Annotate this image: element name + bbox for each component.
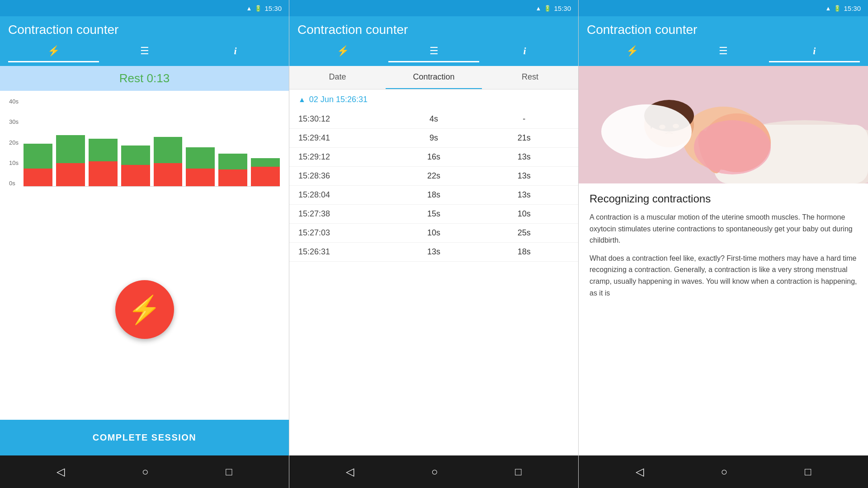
col-date[interactable]: Date <box>289 66 386 89</box>
info-title: Recognizing contractions <box>590 192 857 205</box>
row-4-rest: 13s <box>479 171 569 181</box>
home-button-2[interactable]: ○ <box>431 465 438 478</box>
tab-lightning-3[interactable]: ⚡ <box>587 42 678 61</box>
nav-bar-1: ◁ ○ □ <box>0 455 289 488</box>
row-8-rest: 18s <box>479 247 569 257</box>
signal-icon-2: ▲ <box>536 5 542 12</box>
bar-5 <box>154 98 183 186</box>
row-7-contraction: 10s <box>389 228 479 238</box>
bar-5-green <box>154 137 183 164</box>
chart-y-labels: 0s 10s 20s 30s 40s <box>9 98 22 187</box>
col-rest[interactable]: Rest <box>482 66 578 89</box>
bar-1 <box>24 98 52 186</box>
time-display-2: 15:30 <box>554 5 571 12</box>
y-label-30: 30s <box>9 118 22 125</box>
list-item: 15:29:41 9s 21s <box>289 129 578 148</box>
svg-point-12 <box>694 120 771 174</box>
bar-2-green <box>56 135 85 163</box>
panel-info: ▲ 🔋 15:30 Contraction counter ⚡ ☰ i <box>579 0 868 488</box>
back-button-1[interactable]: ◁ <box>57 465 65 478</box>
lightning-icon-3: ⚡ <box>626 45 638 57</box>
row-2-contraction: 9s <box>389 133 479 143</box>
app-title-1: Contraction counter <box>8 23 281 37</box>
row-7-date: 15:27:03 <box>298 228 389 238</box>
app-title-2: Contraction counter <box>297 23 570 37</box>
list-item: 15:30:12 4s - <box>289 110 578 129</box>
row-2-rest: 21s <box>479 133 569 143</box>
row-5-rest: 13s <box>479 190 569 200</box>
row-5-date: 15:28:04 <box>298 190 389 200</box>
app-title-3: Contraction counter <box>587 23 860 37</box>
bar-4-green <box>121 145 150 165</box>
bar-2 <box>56 98 85 186</box>
tab-info-1[interactable]: i <box>190 42 281 61</box>
bar-6-red <box>186 169 215 186</box>
list-icon-1: ☰ <box>140 45 149 57</box>
status-bar-2: ▲ 🔋 15:30 <box>289 0 578 16</box>
list-item: 15:26:31 13s 18s <box>289 243 578 262</box>
row-4-date: 15:28:36 <box>298 171 389 181</box>
tab-info-3[interactable]: i <box>769 42 860 61</box>
info-icon-3: i <box>813 45 816 57</box>
status-icons-3: ▲ 🔋 15:30 <box>826 5 861 12</box>
recent-button-1[interactable]: □ <box>226 465 232 478</box>
list-icon-2: ☰ <box>429 45 439 57</box>
bar-4 <box>121 98 150 186</box>
battery-icon-1: 🔋 <box>255 5 262 12</box>
tab-list-1[interactable]: ☰ <box>99 42 190 61</box>
info-content: Recognizing contractions A contraction i… <box>579 183 868 455</box>
signal-icon-3: ▲ <box>826 5 831 12</box>
recent-button-3[interactable]: □ <box>805 465 811 478</box>
date-group-label: 02 Jun 15:26:31 <box>309 95 368 104</box>
tab-lightning-1[interactable]: ⚡ <box>8 42 99 61</box>
row-7-rest: 25s <box>479 228 569 238</box>
tab-bar-3: ⚡ ☰ i <box>587 42 860 62</box>
complete-session-button[interactable]: COMPLETE SESSION <box>0 420 289 455</box>
bar-5-red <box>154 163 183 186</box>
info-hero-image <box>579 66 868 183</box>
bar-7 <box>218 98 247 186</box>
bar-1-green <box>24 144 52 169</box>
bar-6 <box>186 98 215 186</box>
panel-timer: ▲ 🔋 15:30 Contraction counter ⚡ ☰ i Rest… <box>0 0 289 488</box>
date-group-header[interactable]: ▲ 02 Jun 15:26:31 <box>289 89 578 110</box>
bar-3-green <box>89 139 118 162</box>
col-contraction[interactable]: Contraction <box>386 66 482 89</box>
svg-point-13 <box>601 104 692 159</box>
row-1-rest: - <box>479 114 569 124</box>
bar-1-red <box>24 169 52 186</box>
lightning-icon-1: ⚡ <box>47 45 60 57</box>
info-paragraph-1: A contraction is a muscular motion of th… <box>590 211 857 246</box>
list-column-headers: Date Contraction Rest <box>289 66 578 89</box>
nav-bar-2: ◁ ○ □ <box>289 455 578 488</box>
tab-list-3[interactable]: ☰ <box>678 42 769 61</box>
tab-list-2[interactable]: ☰ <box>388 42 479 61</box>
fab-lightning-icon: ⚡ <box>127 294 161 326</box>
row-3-contraction: 16s <box>389 152 479 162</box>
tab-lightning-2[interactable]: ⚡ <box>297 42 388 61</box>
home-button-1[interactable]: ○ <box>142 465 149 478</box>
bar-3-red <box>89 161 118 186</box>
nav-bar-3: ◁ ○ □ <box>579 455 868 488</box>
pregnant-woman-svg <box>579 66 868 183</box>
back-button-2[interactable]: ◁ <box>346 465 354 478</box>
row-8-contraction: 13s <box>389 247 479 257</box>
row-8-date: 15:26:31 <box>298 247 389 257</box>
y-label-40: 40s <box>9 98 22 105</box>
chart-area: 0s 10s 20s 30s 40s <box>0 91 289 199</box>
back-button-3[interactable]: ◁ <box>636 465 644 478</box>
lightning-icon-2: ⚡ <box>337 45 349 57</box>
start-contraction-fab[interactable]: ⚡ <box>115 280 174 339</box>
status-bar-3: ▲ 🔋 15:30 <box>579 0 868 16</box>
tab-bar-2: ⚡ ☰ i <box>297 42 570 62</box>
bar-8-green <box>251 158 280 167</box>
tab-info-2[interactable]: i <box>479 42 570 61</box>
contraction-list: 15:30:12 4s - 15:29:41 9s 21s 15:29:12 1… <box>289 110 578 262</box>
bar-6-green <box>186 147 215 169</box>
info-paragraph-2: What does a contraction feel like, exact… <box>590 253 857 299</box>
time-display-1: 15:30 <box>264 5 282 12</box>
row-1-contraction: 4s <box>389 114 479 124</box>
y-label-10: 10s <box>9 160 22 166</box>
home-button-3[interactable]: ○ <box>721 465 728 478</box>
recent-button-2[interactable]: □ <box>515 465 522 478</box>
